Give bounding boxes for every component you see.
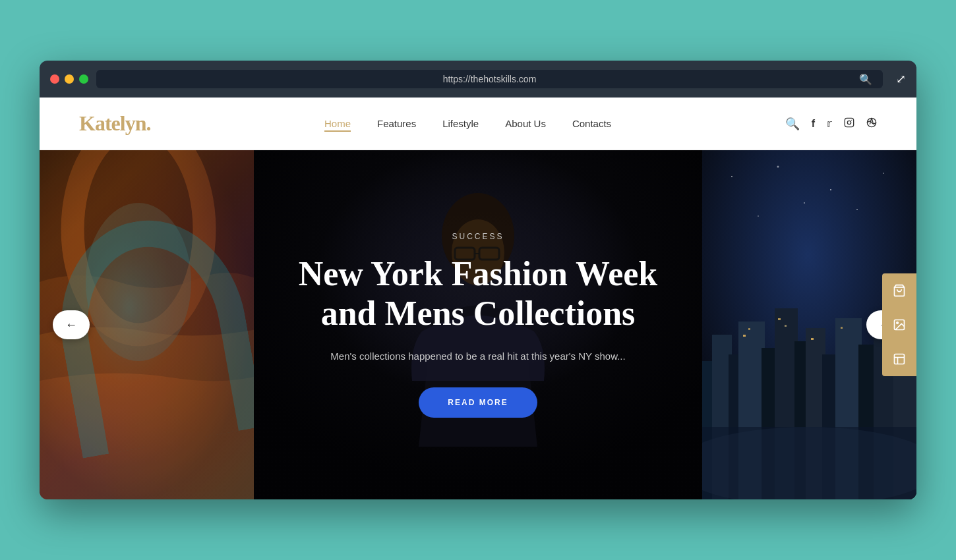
- address-bar[interactable]: https://thehotskills.com 🔍: [96, 70, 883, 88]
- hero-category: SUCCESS: [290, 232, 666, 241]
- minimize-button[interactable]: [65, 74, 74, 84]
- layout-widget[interactable]: [882, 342, 916, 376]
- nav-item-home[interactable]: Home: [324, 118, 351, 130]
- svg-point-38: [699, 427, 916, 499]
- hero-section: SUCCESS New York Fashion Week and Mens C…: [40, 150, 916, 499]
- svg-point-13: [804, 202, 805, 204]
- svg-point-2: [851, 119, 852, 120]
- facebook-icon[interactable]: f: [812, 118, 815, 130]
- hero-subtitle: Men's collections happened to be a real …: [290, 349, 666, 364]
- nav-links: Home Features Lifestyle About Us Contact…: [324, 118, 611, 130]
- svg-point-15: [856, 209, 858, 210]
- svg-point-10: [777, 166, 779, 168]
- dribbble-icon[interactable]: [866, 117, 877, 130]
- svg-point-14: [758, 215, 759, 217]
- svg-rect-31: [778, 318, 781, 320]
- svg-rect-48: [895, 354, 905, 364]
- svg-point-1: [847, 121, 851, 124]
- svg-rect-29: [743, 335, 746, 337]
- nav-item-about[interactable]: About Us: [505, 118, 546, 130]
- svg-rect-30: [748, 328, 750, 330]
- hero-content: SUCCESS New York Fashion Week and Mens C…: [264, 206, 692, 444]
- svg-point-9: [731, 176, 732, 177]
- traffic-lights: [50, 74, 88, 84]
- nav-item-features[interactable]: Features: [377, 118, 416, 130]
- svg-rect-33: [811, 338, 814, 340]
- nav-item-lifestyle[interactable]: Lifestyle: [442, 118, 479, 130]
- browser-chrome: https://thehotskills.com 🔍 ⤢: [40, 61, 916, 98]
- website: Katelyn. Home Features Lifestyle About U…: [40, 98, 916, 499]
- browser-window: https://thehotskills.com 🔍 ⤢ Katelyn. Ho…: [40, 61, 916, 499]
- svg-point-12: [883, 173, 884, 174]
- expand-icon[interactable]: ⤢: [896, 72, 906, 86]
- svg-rect-32: [785, 325, 787, 327]
- read-more-button[interactable]: READ MORE: [419, 387, 537, 418]
- svg-rect-34: [841, 327, 843, 329]
- side-widgets: [882, 273, 916, 376]
- url-text: https://thehotskills.com: [443, 74, 537, 84]
- svg-rect-0: [845, 118, 853, 126]
- prev-arrow-icon: ←: [65, 318, 77, 332]
- browser-search-icon: 🔍: [859, 73, 872, 86]
- nav-right: 🔍 f 𝕣: [785, 117, 877, 131]
- gallery-widget[interactable]: [882, 308, 916, 342]
- brand-logo[interactable]: Katelyn.: [79, 111, 150, 136]
- prev-slide-button[interactable]: ←: [53, 310, 90, 339]
- svg-point-11: [830, 189, 831, 190]
- nav-item-contacts[interactable]: Contacts: [572, 118, 611, 130]
- twitter-icon[interactable]: 𝕣: [827, 117, 832, 130]
- navbar: Katelyn. Home Features Lifestyle About U…: [40, 98, 916, 150]
- cart-widget[interactable]: [882, 273, 916, 308]
- search-icon[interactable]: 🔍: [785, 117, 800, 131]
- hero-title: New York Fashion Week and Mens Collectio…: [290, 254, 666, 333]
- svg-point-47: [897, 322, 899, 324]
- maximize-button[interactable]: [79, 74, 88, 84]
- close-button[interactable]: [50, 74, 59, 84]
- instagram-icon[interactable]: [844, 117, 854, 130]
